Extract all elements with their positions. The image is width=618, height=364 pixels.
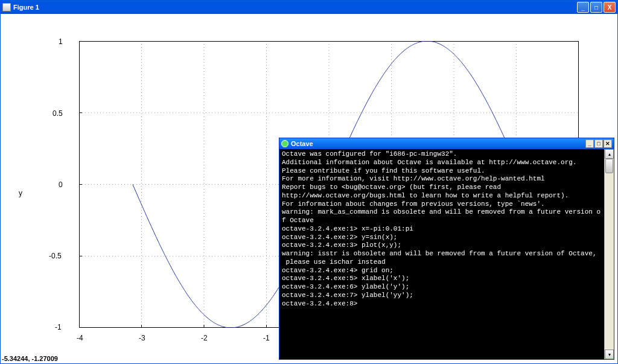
- octave-minimize-button[interactable]: _: [585, 139, 594, 148]
- y-axis-label: y: [19, 189, 22, 197]
- octave-window: Octave _ □ ✕ Octave was configured for "…: [279, 138, 614, 360]
- terminal-line: Please contribute if you find this softw…: [282, 167, 611, 176]
- terminal-line: warning: mark_as_command is obsolete and…: [282, 208, 611, 217]
- figure-title: Figure 1: [13, 4, 577, 11]
- octave-maximize-button[interactable]: □: [594, 139, 603, 148]
- scroll-down-button[interactable]: ▾: [605, 350, 614, 359]
- terminal-line: Report bugs to <bug@octave.org> (but fir…: [282, 184, 611, 192]
- y-tick-label: 1: [59, 37, 63, 46]
- terminal-line: octave-3.2.4.exe:1> x=-pi:0.01:pi: [282, 225, 611, 234]
- x-tick-label: -3: [139, 334, 145, 342]
- terminal-line: octave-3.2.4.exe:6> ylabel('y');: [282, 283, 611, 292]
- coordinate-readout: -5.34244, -1.27009: [2, 355, 58, 362]
- x-tick-label: -2: [201, 334, 208, 342]
- octave-title: Octave: [291, 140, 585, 147]
- scroll-up-button[interactable]: ▴: [605, 149, 614, 159]
- octave-app-icon: [281, 140, 288, 147]
- terminal-line: For information about changes from previ…: [282, 200, 611, 209]
- terminal-line: octave-3.2.4.exe:7> ylabel('yy');: [282, 292, 611, 300]
- terminal-line: Octave was configured for "i686-pc-mingw…: [282, 150, 611, 159]
- maximize-button[interactable]: □: [590, 2, 602, 13]
- octave-titlebar[interactable]: Octave _ □ ✕: [279, 138, 614, 149]
- octave-window-controls: _ □ ✕: [585, 139, 612, 148]
- minimize-button[interactable]: _: [577, 2, 589, 13]
- window-controls: _ □ X: [577, 2, 616, 13]
- scroll-thumb[interactable]: [605, 159, 613, 173]
- terminal-line: Additional information about Octave is a…: [282, 159, 611, 167]
- terminal-line: http://www.octave.org/bugs.html to learn…: [282, 192, 611, 200]
- scroll-track[interactable]: [605, 159, 614, 350]
- y-tick-label: 0: [59, 180, 63, 189]
- terminal-line: warning: isstr is obsolete and will be r…: [282, 250, 611, 258]
- y-tick-label: -1: [55, 323, 62, 331]
- terminal-line: For more information, visit http://www.o…: [282, 175, 611, 184]
- terminal-line: please use ischar instead: [282, 258, 611, 267]
- terminal-line: octave-3.2.4.exe:4> grid on;: [282, 267, 611, 275]
- terminal-line: octave-3.2.4.exe:2> y=sin(x);: [282, 234, 611, 242]
- x-tick-label: -1: [263, 334, 270, 342]
- terminal-line: f Octave: [282, 217, 611, 225]
- terminal-line: octave-3.2.4.exe:8>: [282, 300, 611, 308]
- y-tick-label: 0.5: [53, 109, 63, 118]
- octave-close-button[interactable]: ✕: [604, 139, 612, 148]
- terminal-line: octave-3.2.4.exe:3> plot(x,y);: [282, 241, 611, 250]
- figure-app-icon: [2, 3, 11, 11]
- x-tick-label: -4: [77, 334, 83, 342]
- terminal-line: octave-3.2.4.exe:5> xlabel('x');: [282, 275, 611, 283]
- y-tick-label: -0.5: [49, 252, 62, 260]
- figure-titlebar[interactable]: Figure 1 _ □ X: [1, 1, 617, 14]
- octave-scrollbar[interactable]: ▴ ▾: [604, 149, 614, 359]
- close-button[interactable]: X: [604, 2, 616, 13]
- octave-terminal[interactable]: Octave was configured for "i686-pc-mingw…: [279, 149, 614, 359]
